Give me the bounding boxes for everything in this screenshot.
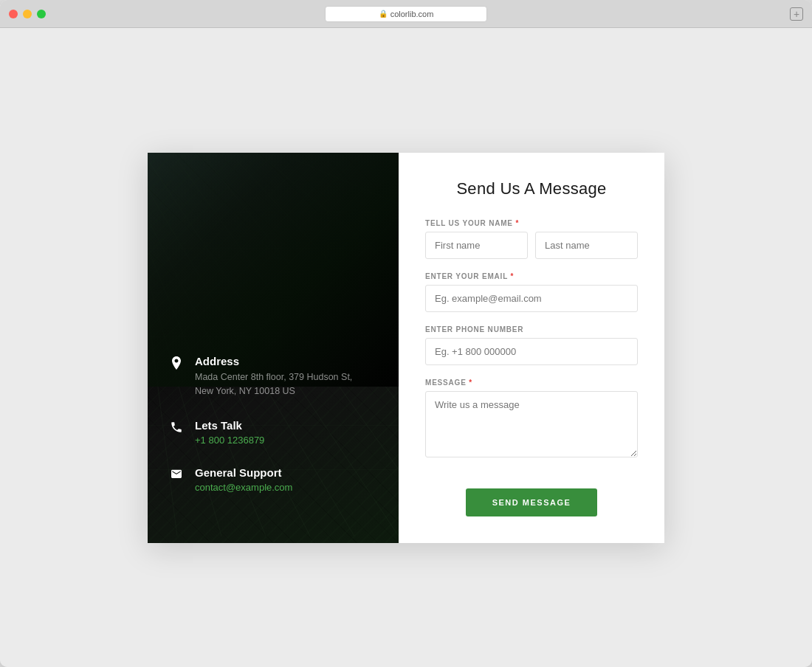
send-message-button[interactable]: SEND MESSAGE	[466, 488, 598, 516]
traffic-lights	[9, 10, 46, 18]
phone-input[interactable]	[425, 338, 638, 365]
close-button[interactable]	[9, 10, 18, 18]
support-text: General Support contact@example.com	[195, 466, 292, 493]
name-row	[425, 232, 638, 259]
titlebar: 🔒 colorlib.com +	[0, 0, 812, 28]
name-label: TELL US YOUR NAME *	[425, 219, 638, 227]
email-input[interactable]	[425, 285, 638, 312]
phone-title: Lets Talk	[195, 419, 264, 432]
form-title: Send Us A Message	[425, 179, 638, 198]
right-panel: Send Us A Message TELL US YOUR NAME *	[399, 153, 664, 543]
phone-label: ENTER PHONE NUMBER	[425, 325, 638, 334]
lock-icon: 🔒	[379, 10, 388, 18]
phone-item: Lets Talk +1 800 1236879	[170, 419, 376, 446]
contact-info: Address Mada Center 8th floor, 379 Hudso…	[170, 355, 376, 514]
address-line1: Mada Center 8th floor, 379 Hudson St,	[195, 370, 352, 384]
phone-number[interactable]: +1 800 1236879	[195, 435, 264, 446]
email-label: ENTER YOUR EMAIL *	[425, 272, 638, 280]
location-icon	[170, 356, 185, 371]
phone-icon	[170, 421, 185, 435]
new-tab-button[interactable]: +	[790, 7, 803, 21]
svg-line-4	[266, 159, 399, 270]
email-icon	[170, 468, 185, 483]
url-text: colorlib.com	[390, 10, 434, 18]
support-title: General Support	[195, 466, 292, 479]
address-item: Address Mada Center 8th floor, 379 Hudso…	[170, 355, 376, 398]
minimize-button[interactable]	[23, 10, 32, 18]
last-name-input[interactable]	[535, 232, 638, 259]
window-content: Address Mada Center 8th floor, 379 Hudso…	[0, 28, 812, 667]
message-label: MESSAGE *	[425, 379, 638, 387]
address-title: Address	[195, 355, 352, 367]
message-group: MESSAGE *	[425, 379, 638, 460]
phone-group: ENTER PHONE NUMBER	[425, 325, 638, 365]
support-email[interactable]: contact@example.com	[195, 482, 292, 493]
message-input[interactable]	[425, 391, 638, 457]
contact-card: Address Mada Center 8th floor, 379 Hudso…	[148, 153, 664, 543]
support-item: General Support contact@example.com	[170, 466, 376, 493]
address-text: Address Mada Center 8th floor, 379 Hudso…	[195, 355, 352, 398]
name-group: TELL US YOUR NAME *	[425, 219, 638, 259]
maximize-button[interactable]	[37, 10, 46, 18]
address-line2: New York, NY 10018 US	[195, 384, 352, 398]
phone-text: Lets Talk +1 800 1236879	[195, 419, 264, 446]
left-panel: Address Mada Center 8th floor, 379 Hudso…	[148, 153, 399, 543]
url-bar[interactable]: 🔒 colorlib.com	[325, 6, 487, 22]
send-btn-wrap: SEND MESSAGE	[425, 488, 638, 516]
browser-window: 🔒 colorlib.com +	[0, 0, 812, 667]
email-group: ENTER YOUR EMAIL *	[425, 272, 638, 312]
first-name-input[interactable]	[425, 232, 528, 259]
